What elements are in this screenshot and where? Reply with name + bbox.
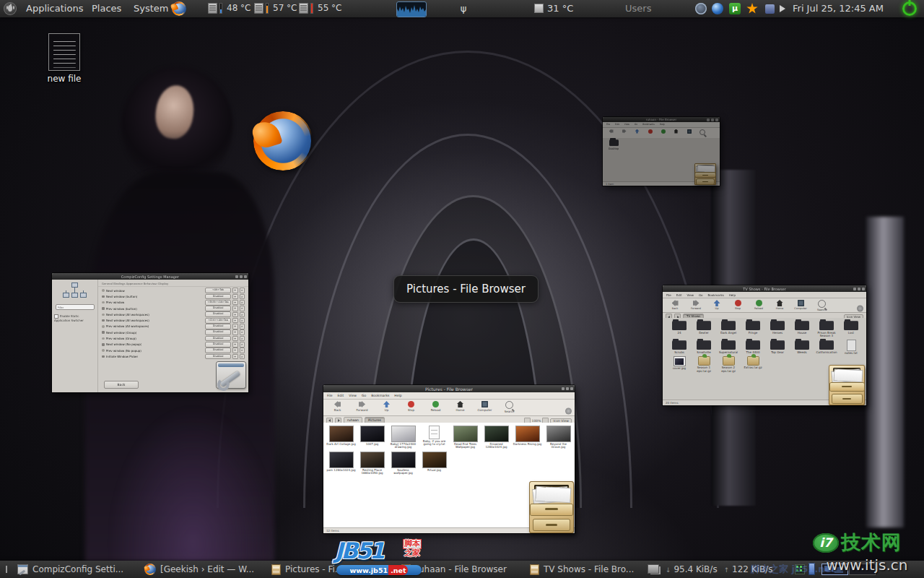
- gpu-temp-icon[interactable]: [534, 4, 544, 13]
- binding-rows: Next window <Alt>Tab Next window (button…: [98, 287, 248, 361]
- image-file-item: Baby, if you are going to cry.txt: [419, 426, 450, 449]
- power-plug-icon[interactable]: ψ: [459, 2, 468, 14]
- image-thumbnail: [361, 452, 384, 467]
- temp-applet-cpu[interactable]: 57 °C: [254, 3, 297, 14]
- window-compizconfig[interactable]: CompizConfig Settings Manager Enable Sta…: [52, 273, 248, 392]
- image-thumbnail: [516, 426, 539, 441]
- file-icon: [795, 321, 809, 330]
- binding-edit-button: [232, 324, 238, 329]
- menu-item: Bookmarks: [371, 394, 389, 397]
- menubar: FileEditViewGoBookmarksHelp: [663, 292, 866, 298]
- image-thumbnail: [392, 452, 415, 467]
- taskbar-firefox[interactable]: [Geekish › Edit — W...: [144, 561, 254, 578]
- file-icon: [672, 340, 687, 350]
- menu-places[interactable]: Places: [92, 0, 121, 17]
- toolbar-button: Search: [498, 401, 520, 413]
- binding-row: Prev window (No popup) Disabled: [100, 348, 246, 353]
- menu-item: Help: [394, 394, 401, 397]
- file-icon: [699, 357, 710, 365]
- binding-value-button: Disabled: [205, 306, 231, 311]
- file-item: Extras.tar.gz: [741, 357, 765, 373]
- firefox-window-icon[interactable]: [255, 113, 311, 169]
- power-button-icon[interactable]: [902, 1, 917, 16]
- binding-edit-button: [232, 288, 238, 293]
- file-name: BabyJ 1774x2400 drawing.jpg: [388, 443, 418, 450]
- binding-row: Prev window (All workspaces) Disabled: [100, 324, 246, 329]
- binding-row: Next window (All workspaces) <Ctrl><Alt>…: [100, 317, 246, 323]
- binding-type-icon: [102, 337, 105, 340]
- ccsm-icon: [17, 564, 28, 574]
- window-buttons: [235, 275, 247, 278]
- menu-applications[interactable]: Applications: [26, 0, 83, 17]
- volume-icon[interactable]: [780, 5, 785, 12]
- menu-system[interactable]: System: [134, 0, 168, 17]
- firefox-launcher-icon[interactable]: [172, 1, 186, 16]
- binding-type-icon: [102, 331, 105, 334]
- image-thumbnail: [485, 426, 508, 441]
- file-name: Resting Place 1680x1050.jpg: [357, 469, 387, 476]
- show-desktop-handle[interactable]: [6, 566, 7, 573]
- gnome-menu-icon[interactable]: [4, 2, 17, 15]
- file-name: Prison Break Season 3: [815, 332, 838, 339]
- users-applet[interactable]: Users: [625, 0, 651, 17]
- temp-applet-board[interactable]: 55 °C: [299, 3, 341, 14]
- file-name: Season 2 eps.tar.gz: [717, 366, 740, 374]
- toolbar-button: Forward: [351, 401, 373, 412]
- image-file-item: 1007.jpg: [357, 426, 388, 449]
- wallpaper-column: [866, 217, 904, 527]
- window-title: ruhaan - File Browser: [646, 118, 676, 121]
- binding-row: Next window <Alt>Tab: [100, 288, 246, 293]
- toolbar-button: [697, 129, 707, 135]
- file-name: House: [798, 332, 807, 335]
- toolbar-button: [645, 129, 655, 134]
- taskbar-ccsm[interactable]: CompizConfig Setti...: [17, 561, 123, 578]
- toolbar-button: Back: [326, 401, 349, 412]
- binding-clear-button: [240, 329, 245, 335]
- desktop-icon-new-file[interactable]: new file: [43, 33, 85, 84]
- tray-utorrent-icon[interactable]: µ: [729, 3, 741, 14]
- file-icon: [746, 340, 760, 350]
- taskbar-pictures[interactable]: Pictures - Fi...: [271, 561, 343, 578]
- throbber-icon: [565, 408, 572, 415]
- toolbar-button: [606, 129, 616, 134]
- temp-applet-hdd[interactable]: 48 °C: [208, 3, 250, 14]
- tray-star-icon[interactable]: [746, 3, 758, 14]
- file-name: Drowned 1280x1024.jpg: [481, 443, 511, 450]
- tray-messenger-icon[interactable]: [712, 3, 723, 14]
- image-thumbnail: [330, 452, 353, 467]
- file-item: 24: [667, 321, 692, 338]
- titlebar: ruhaan - File Browser: [603, 117, 720, 122]
- cpu-graph-icon: [397, 2, 426, 17]
- menu-item: Go: [699, 293, 703, 297]
- file-item: Season 2 eps.tar.gz: [716, 357, 741, 373]
- toolbar-button: Up: [375, 401, 398, 412]
- binding-value-button: Disabled: [205, 324, 231, 329]
- binding-edit-button: [232, 329, 238, 335]
- file-name: Heroes: [772, 332, 783, 335]
- network-monitor-icon[interactable]: [648, 564, 659, 574]
- menu-item: Bookmarks: [642, 123, 655, 126]
- folder-icon: [609, 139, 619, 146]
- file-cabinet-icon: [530, 564, 539, 575]
- tray-app-icon[interactable]: [765, 4, 775, 14]
- system-monitor-graph[interactable]: [396, 1, 427, 17]
- binding-value-button: Disabled: [205, 329, 231, 335]
- file-item: The 4400: [741, 340, 765, 355]
- binding-row: Prev window (button) Disabled: [100, 306, 246, 311]
- tray-timer-icon[interactable]: [695, 3, 707, 14]
- file-icon: [672, 321, 687, 330]
- binding-row: Next window (No popup) Disabled: [100, 342, 246, 348]
- toolbar: Back Forward Up Stop: [323, 400, 575, 416]
- menu-item: File: [327, 394, 333, 397]
- file-name: Fringe: [749, 332, 757, 335]
- file-name: Top Gear: [771, 351, 784, 355]
- file-name: cover.jpg: [673, 367, 686, 371]
- file-icon: [819, 321, 834, 330]
- toolbar-button: [658, 129, 668, 134]
- clock[interactable]: Fri Jul 25, 12:45 AM: [793, 0, 884, 17]
- binding-type-icon: [102, 325, 105, 328]
- file-item: Dexter: [692, 321, 716, 338]
- taskbar-tv-shows[interactable]: TV Shows - File Bro...: [530, 561, 634, 578]
- binding-type-icon: [102, 355, 105, 358]
- image-file-item: Beyond the Grave.jpg: [543, 426, 574, 449]
